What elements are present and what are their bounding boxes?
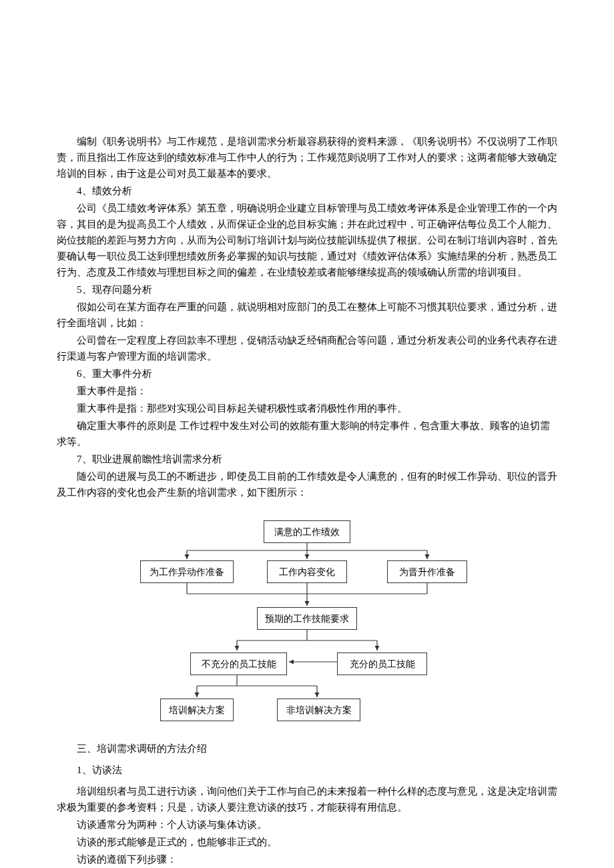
heading-7: 7、职业进展前瞻性培训需求分析	[57, 451, 557, 467]
para-6a: 重大事件是指：	[57, 383, 557, 399]
method-1-p2: 访谈通常分为两种：个人访谈与集体访谈。	[57, 817, 557, 833]
flowchart-box-2c: 为晋升作准备	[387, 560, 467, 583]
flowchart-box-4b: 充分的员工技能	[337, 653, 427, 675]
flowchart-box-5b: 非培训解决方案	[277, 699, 360, 721]
heading-4: 4、绩效分析	[57, 183, 557, 199]
flowchart-box-5a: 培训解决方案	[160, 699, 234, 721]
section-3: 三、培训需求调研的方法介绍	[57, 741, 557, 757]
heading-5: 5、现存问题分析	[57, 282, 557, 298]
flowchart-box-3: 预期的工作技能要求	[257, 607, 357, 630]
para-7: 随公司的进展与员工的不断进步，即使员工目前的工作绩效是令人满意的，但有的时候工作…	[57, 468, 557, 500]
flowchart-box-2a: 为工作异动作准备	[140, 560, 234, 583]
para-5b: 公司曾在一定程度上存回款率不理想，促销活动缺乏经销商配合等问题，通过分析发表公司…	[57, 332, 557, 364]
document-body: 编制《职务说明书》与工作规范，是培训需求分析最容易获得的资料来源，《职务说明书》…	[57, 133, 557, 867]
para-5a: 假如公司在某方面存在严重的问题，就说明相对应部门的员工在整体上可能不习惯其职位要…	[57, 299, 557, 331]
method-1-p1: 培训组织者与员工进行访谈，询问他们关于工作与自己的未来报着一种什么样的态度与意见…	[57, 783, 557, 815]
flowchart-box-4a: 不充分的员工技能	[190, 653, 287, 675]
flowchart: 满意的工作绩效 为工作异动作准备 工作内容变化 为晋升作准备 预期的工作技能要求…	[123, 514, 491, 727]
heading-6: 6、重大事件分析	[57, 366, 557, 382]
para-6b: 重大事件是指：那些对实现公司目标起关键积极性或者消极性作用的事件。	[57, 400, 557, 416]
para-4: 公司《员工绩效考评体系》第五章，明确说明企业建立目标管理与员工绩效考评体系是企业…	[57, 200, 557, 280]
para-6c: 确定重大事件的原则是 工作过程中发生对公司的效能有重大影响的特定事件，包含重大事…	[57, 418, 557, 450]
method-1: 1、访谈法	[57, 762, 557, 778]
para-intro: 编制《职务说明书》与工作规范，是培训需求分析最容易获得的资料来源，《职务说明书》…	[57, 133, 557, 181]
flowchart-box-top: 满意的工作绩效	[264, 520, 350, 543]
method-1-p3: 访谈的形式能够是正式的，也能够非正式的。	[57, 834, 557, 850]
flowchart-box-2b: 工作内容变化	[267, 560, 347, 583]
method-1-p4: 访谈的遵循下列步骤：	[57, 851, 557, 867]
